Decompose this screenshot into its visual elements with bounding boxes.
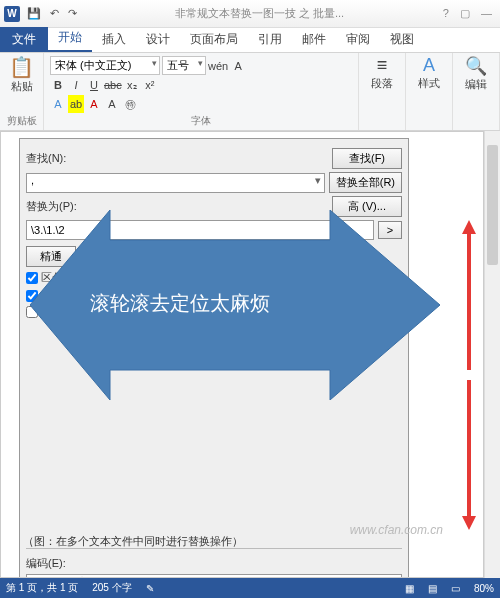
tab-layout[interactable]: 页面布局 xyxy=(180,27,248,52)
styles-icon: A xyxy=(412,55,446,76)
character-shading-button[interactable]: A xyxy=(104,95,120,113)
text-effects-button[interactable]: A xyxy=(50,95,66,113)
group-clipboard-label: 剪贴板 xyxy=(7,114,37,128)
minimize-icon[interactable]: — xyxy=(481,7,492,19)
editing-button[interactable]: 🔍编辑 xyxy=(459,55,493,92)
watermark-text: www.cfan.com.cn xyxy=(350,523,443,537)
tab-home[interactable]: 开始 xyxy=(48,25,92,52)
phonetic-guide-button[interactable]: wén xyxy=(208,57,228,75)
subscript-button[interactable]: x₂ xyxy=(124,76,140,94)
figure-caption: （图：在多个文本文件中同时进行替换操作） xyxy=(23,534,243,549)
font-size-combo[interactable]: 五号 xyxy=(162,56,206,75)
paste-button[interactable]: 📋 粘贴 xyxy=(9,55,34,94)
superscript-button[interactable]: x² xyxy=(142,76,158,94)
font-color-button[interactable]: A xyxy=(86,95,102,113)
replace-label: 替换为(P): xyxy=(26,199,77,214)
bold-button[interactable]: B xyxy=(50,76,66,94)
tab-insert[interactable]: 插入 xyxy=(92,27,136,52)
view-web-icon[interactable]: ▭ xyxy=(451,583,460,594)
word-count[interactable]: 205 个字 xyxy=(92,581,131,595)
tab-mail[interactable]: 邮件 xyxy=(292,27,336,52)
italic-button[interactable]: I xyxy=(68,76,84,94)
paragraph-icon: ≡ xyxy=(365,55,399,76)
jingtong-button[interactable]: 精通 xyxy=(26,246,76,267)
more-button[interactable]: 高 (V)... xyxy=(332,196,402,217)
qufen-checkbox[interactable]: 区分 xyxy=(26,270,63,285)
tab-references[interactable]: 引用 xyxy=(248,27,292,52)
language-icon[interactable]: ✎ xyxy=(146,583,154,594)
go-button[interactable]: > xyxy=(378,221,402,239)
underline-button[interactable]: U xyxy=(86,76,102,94)
zoom-level[interactable]: 80% xyxy=(474,583,494,594)
styles-button[interactable]: A样式 xyxy=(412,55,446,91)
find-icon: 🔍 xyxy=(459,55,493,77)
help-icon[interactable]: ? xyxy=(443,7,449,19)
encoding-label: 编码(E): xyxy=(26,556,66,571)
paragraph-button[interactable]: ≡段落 xyxy=(365,55,399,91)
highlight-button[interactable]: ab xyxy=(68,95,84,113)
redo-icon[interactable]: ↷ xyxy=(68,7,77,19)
enclose-characters-button[interactable]: ㊕ xyxy=(122,95,138,113)
replace-all-button[interactable]: 替换全部(R) xyxy=(329,172,402,193)
tab-file[interactable]: 文件 xyxy=(0,27,48,52)
app-icon: W xyxy=(4,6,20,22)
find-replace-dialog: 查找(N): 查找(F) , 替换全部(R) 替换为(P): 高 (V)... … xyxy=(19,138,409,578)
tab-design[interactable]: 设计 xyxy=(136,27,180,52)
status-bar: 第 1 页，共 1 页 205 个字 ✎ ▦ ▤ ▭ 80% xyxy=(0,578,500,598)
replace-input[interactable] xyxy=(26,220,374,240)
clipboard-icon: 📋 xyxy=(9,55,34,79)
vertical-scrollbar[interactable] xyxy=(484,131,500,578)
undo-icon[interactable]: ↶ xyxy=(50,7,59,19)
red-arrow-down xyxy=(462,380,476,530)
blank-checkbox[interactable] xyxy=(26,306,38,318)
svg-marker-2 xyxy=(462,380,476,530)
page-indicator[interactable]: 第 1 页，共 1 页 xyxy=(6,581,78,595)
quick-access-toolbar: 💾 ↶ ↷ xyxy=(24,7,80,20)
tab-review[interactable]: 审阅 xyxy=(336,27,380,52)
save-icon[interactable]: 💾 xyxy=(27,7,41,19)
ribbon-options-icon[interactable]: ▢ xyxy=(460,7,470,19)
find-input[interactable]: , xyxy=(26,173,325,193)
scrollbar-thumb[interactable] xyxy=(487,145,498,265)
svg-marker-1 xyxy=(462,220,476,370)
font-name-combo[interactable]: 宋体 (中文正文) xyxy=(50,56,160,75)
group-font-label: 字体 xyxy=(191,114,211,128)
tab-view[interactable]: 视图 xyxy=(380,27,424,52)
view-read-icon[interactable]: ▤ xyxy=(428,583,437,594)
find-label: 查找(N): xyxy=(26,151,66,166)
character-border-button[interactable]: A xyxy=(230,57,246,75)
yi-checkbox[interactable]: 忆 xyxy=(26,288,52,303)
strikethrough-button[interactable]: abc xyxy=(104,76,122,94)
document-area: 查找(N): 查找(F) , 替换全部(R) 替换为(P): 高 (V)... … xyxy=(0,131,484,578)
window-title: 非常规文本替换一图一技 之 批量... xyxy=(80,6,439,21)
red-arrow-up xyxy=(462,220,476,370)
view-print-icon[interactable]: ▦ xyxy=(405,583,414,594)
find-button[interactable]: 查找(F) xyxy=(332,148,402,169)
